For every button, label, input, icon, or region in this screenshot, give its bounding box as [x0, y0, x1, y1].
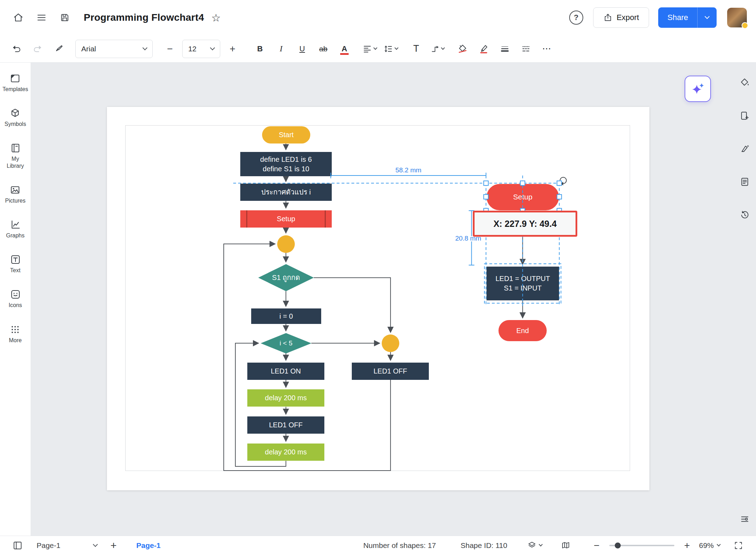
- undo-button[interactable]: [8, 40, 25, 58]
- format-painter-button[interactable]: [50, 40, 68, 58]
- bold-button[interactable]: B: [251, 40, 269, 58]
- sidebar-item-label: Templates: [2, 86, 28, 92]
- favorite-star-button[interactable]: ☆: [208, 9, 224, 26]
- shape-format-button[interactable]: [737, 75, 753, 91]
- pages-panel-button[interactable]: [10, 538, 25, 553]
- font-family-select[interactable]: Arial: [75, 40, 153, 58]
- selection-handle[interactable]: [557, 181, 561, 185]
- right-tools-sidebar: [733, 63, 756, 536]
- save-button[interactable]: [56, 8, 74, 27]
- chevron-down-icon: [142, 45, 147, 50]
- sidebar-item-icons[interactable]: Icons: [8, 289, 22, 308]
- share-label: Share: [658, 13, 697, 22]
- selection-handle[interactable]: [484, 181, 488, 185]
- text-tool-button[interactable]: T: [407, 40, 425, 58]
- minimap-button[interactable]: [558, 538, 573, 553]
- fill-shape-icon: [740, 78, 750, 88]
- font-size-select[interactable]: 12: [182, 40, 220, 58]
- decrease-font-button[interactable]: −: [161, 40, 179, 58]
- icons-icon: [10, 289, 21, 300]
- line-spacing-button[interactable]: [382, 40, 400, 58]
- measurement-horizontal-label: 58.2 mm: [395, 166, 421, 174]
- export-icon: [603, 13, 612, 22]
- selection-handle[interactable]: [557, 194, 561, 199]
- share-button[interactable]: Share: [658, 7, 717, 28]
- increase-font-button[interactable]: +: [224, 40, 241, 58]
- page-plus-icon: [740, 111, 750, 121]
- connector-icon: [430, 44, 439, 53]
- zoom-out-button[interactable]: −: [589, 538, 604, 553]
- top-bar: Programming Flowchart4 ☆ ? Export Share: [0, 0, 756, 35]
- zoom-level-dropdown[interactable]: 69%: [699, 541, 720, 550]
- page-selector-dropdown[interactable]: Page-1: [32, 538, 102, 553]
- sidebar-item-pictures[interactable]: Pictures: [5, 185, 26, 204]
- chevron-down-icon: [373, 46, 377, 50]
- shape-id: Shape ID: 110: [460, 541, 507, 550]
- draw-tool-button[interactable]: [737, 141, 753, 157]
- graphs-icon: [10, 219, 21, 230]
- main-menu-button[interactable]: [32, 8, 51, 27]
- notes-panel-button[interactable]: [737, 174, 753, 190]
- fill-color-button[interactable]: [454, 40, 471, 58]
- sidebar-item-more[interactable]: More: [9, 324, 21, 344]
- format-painter-icon: [54, 44, 64, 54]
- history-panel-button[interactable]: [737, 207, 753, 223]
- zoom-slider[interactable]: [609, 545, 674, 546]
- document-title: Programming Flowchart4: [84, 12, 204, 23]
- share-dropdown-button[interactable]: [698, 7, 717, 28]
- sidebar-item-label: Pictures: [5, 197, 26, 204]
- zoom-slider-knob[interactable]: [615, 543, 621, 549]
- status-bar: Page-1 + Page-1 Number of shapes: 17 Sha…: [0, 536, 756, 555]
- sidebar-item-graphs[interactable]: Graphs: [6, 219, 24, 239]
- sidebar-item-label: Graphs: [6, 232, 24, 239]
- sidebar-item-my-library[interactable]: My Library: [2, 143, 28, 169]
- chevron-down-icon: [705, 14, 710, 19]
- zoom-controls: − + 69%: [589, 538, 720, 553]
- layers-icon: [527, 541, 536, 550]
- templates-icon: [10, 73, 20, 84]
- sidebar-item-symbols[interactable]: Symbols: [5, 108, 26, 127]
- history-icon: [740, 210, 750, 220]
- layers-button[interactable]: [527, 538, 542, 553]
- shapes-count: Number of shapes: 17: [363, 541, 436, 550]
- export-button[interactable]: Export: [593, 7, 649, 28]
- fill-bucket-icon: [458, 44, 468, 54]
- selection-handle[interactable]: [520, 181, 525, 185]
- line-style-button[interactable]: [517, 40, 535, 58]
- insert-shape-button[interactable]: [737, 108, 753, 124]
- redo-button[interactable]: [29, 40, 46, 58]
- page-tab[interactable]: Page-1: [136, 541, 161, 550]
- zoom-in-button[interactable]: +: [679, 538, 695, 553]
- page-selector-value: Page-1: [37, 541, 61, 550]
- add-page-button[interactable]: +: [110, 540, 117, 551]
- user-avatar[interactable]: [727, 8, 747, 27]
- italic-button[interactable]: I: [272, 40, 290, 58]
- line-weight-icon: [500, 44, 509, 53]
- line-weight-button[interactable]: [496, 40, 514, 58]
- underline-button[interactable]: U: [293, 40, 311, 58]
- chevron-down-icon: [441, 46, 445, 50]
- more-tools-button[interactable]: ⋯: [538, 40, 556, 58]
- canvas-options-button[interactable]: [737, 511, 753, 527]
- chevron-down-icon: [717, 542, 720, 546]
- connector-style-button[interactable]: [428, 40, 446, 58]
- home-button[interactable]: [9, 8, 27, 27]
- filter-list-icon: [740, 514, 750, 524]
- line-color-button[interactable]: [475, 40, 493, 58]
- save-icon: [60, 13, 70, 23]
- map-icon: [561, 541, 570, 550]
- undo-icon: [12, 44, 21, 54]
- text-align-button[interactable]: [361, 40, 379, 58]
- hamburger-icon: [36, 12, 47, 23]
- sidebar-item-text[interactable]: Text: [10, 254, 21, 274]
- selection-handle[interactable]: [484, 194, 488, 199]
- font-color-button[interactable]: A: [336, 40, 353, 58]
- font-family-value: Arial: [81, 45, 96, 53]
- sidebar-item-templates[interactable]: Templates: [2, 73, 28, 92]
- help-button[interactable]: ?: [569, 11, 583, 25]
- strikethrough-button[interactable]: ab: [315, 40, 332, 58]
- line-spacing-icon: [384, 44, 393, 53]
- fullscreen-button[interactable]: [731, 538, 746, 553]
- canvas[interactable]: Start define LED1 is 6 define S1 is 10 ป…: [31, 63, 756, 536]
- ai-assistant-button[interactable]: [685, 76, 711, 102]
